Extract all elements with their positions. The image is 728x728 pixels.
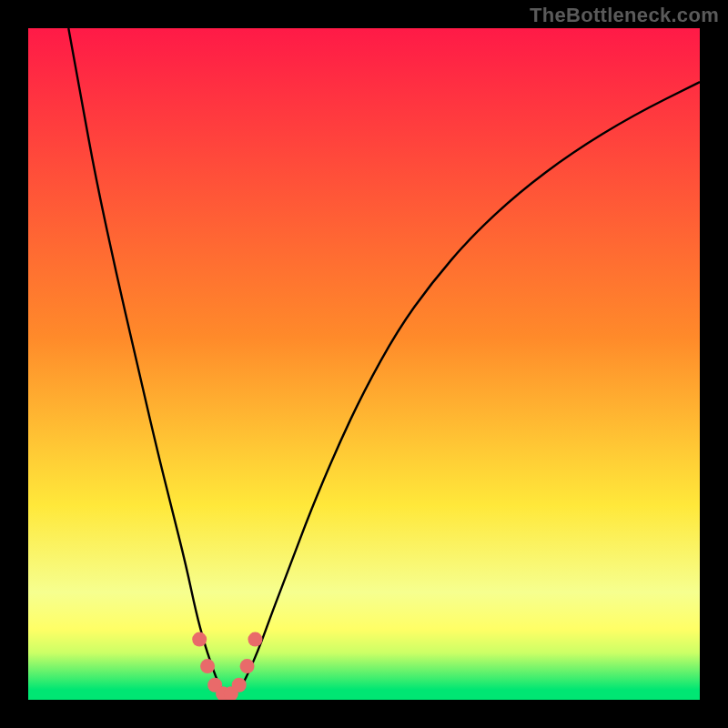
watermark-text: TheBottleneck.com: [530, 4, 719, 27]
curve-marker: [248, 632, 262, 647]
curve-marker: [192, 632, 207, 647]
chart-frame: TheBottleneck.com: [0, 0, 728, 728]
curve-marker: [232, 678, 247, 693]
curve-marker: [200, 659, 215, 673]
plot-area: [28, 28, 700, 700]
gradient-background: [28, 28, 700, 700]
curve-marker: [240, 659, 255, 673]
bottleneck-chart: [28, 28, 700, 700]
